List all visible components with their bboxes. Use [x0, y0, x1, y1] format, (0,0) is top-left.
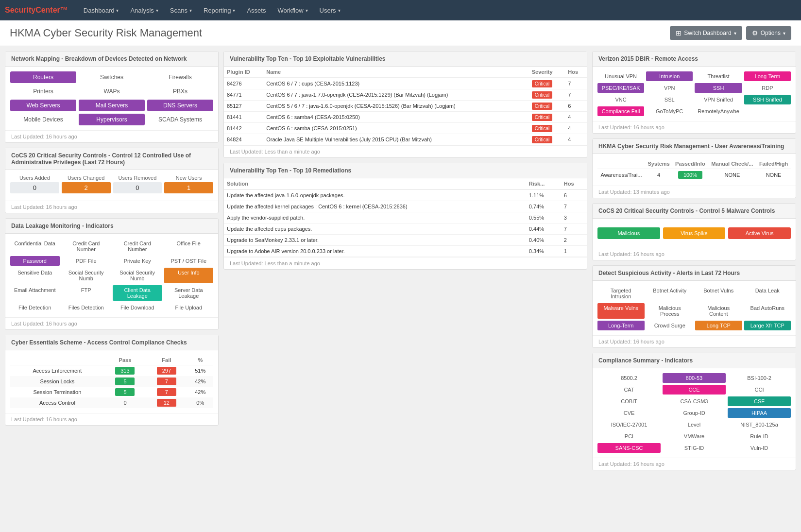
malicious-button[interactable]: Malicious: [597, 227, 660, 239]
dleak-pdf[interactable]: PDF File: [62, 256, 111, 266]
pbxs-button[interactable]: PBXs: [147, 86, 213, 97]
switches-button[interactable]: Switches: [79, 71, 145, 83]
hypervisors-button[interactable]: Hypervisors: [79, 114, 145, 125]
sus-botnet[interactable]: Botnet Activity: [647, 286, 694, 301]
rem-row: Upgrade to SeaMonkey 2.33.1 or later. 0.…: [224, 235, 587, 246]
vz-intrusion[interactable]: Intrusion: [646, 71, 693, 81]
dleak-pst[interactable]: PST / OST File: [164, 256, 214, 266]
firewalls-button[interactable]: Firewalls: [147, 71, 213, 83]
nav-reporting[interactable]: Reporting ▾: [198, 0, 241, 20]
dns-servers-button[interactable]: DNS Servers: [147, 100, 213, 111]
routers-button[interactable]: Routers: [10, 71, 76, 83]
dleak-password[interactable]: Password: [10, 256, 60, 266]
cs-level[interactable]: Level: [663, 420, 726, 429]
sus-malware-vulns[interactable]: Malware Vulns: [597, 303, 645, 319]
vz-compliance-fail[interactable]: Compliance Fail: [597, 106, 644, 116]
cs-csf[interactable]: CSF: [728, 396, 791, 406]
nav-scans[interactable]: Scans ▾: [164, 0, 198, 20]
dleak-userinfo[interactable]: User Info: [164, 268, 214, 283]
dleak-filedetect2[interactable]: Files Detection: [62, 303, 111, 312]
cs-sans[interactable]: SANS-CSC: [597, 443, 661, 453]
cs-cve[interactable]: CVE: [597, 408, 661, 418]
sus-crowd-surge[interactable]: Crowd Surge: [647, 321, 694, 330]
waps-button[interactable]: WAPs: [79, 86, 145, 97]
printers-button[interactable]: Printers: [10, 86, 76, 97]
passed-value: 100%: [672, 169, 708, 181]
vz-gotomypc[interactable]: GoToMyPC: [646, 106, 693, 116]
sus-long-tcp[interactable]: Long TCP: [695, 321, 742, 330]
dleak-emailattach[interactable]: Email Attachment: [10, 285, 60, 301]
vz-psec[interactable]: PSEC/IKE/ISAK: [597, 83, 644, 93]
dleak-serverdata[interactable]: Server Data Leakage: [164, 285, 214, 301]
cs-stigid[interactable]: STIG-ID: [663, 443, 726, 453]
sus-botnet-vulns[interactable]: Botnet Vulns: [695, 286, 742, 301]
dleak-privatekey[interactable]: Private Key: [113, 256, 162, 266]
vz-vpn[interactable]: VPN: [646, 83, 693, 93]
dleak-ssn1[interactable]: Social Security Numb: [62, 268, 111, 283]
vz-longterm[interactable]: Long-Term: [744, 71, 791, 81]
mail-servers-button[interactable]: Mail Servers: [79, 100, 145, 111]
cs-vmware[interactable]: VMWare: [663, 431, 726, 441]
dleak-fileupload[interactable]: File Upload: [164, 303, 214, 312]
vz-vpn-sniffed[interactable]: VPN Sniffed: [695, 95, 742, 104]
cs-ruleid[interactable]: Rule-ID: [728, 431, 791, 441]
chevron-down-icon: ▾: [338, 8, 341, 13]
nav-assets[interactable]: Assets: [241, 0, 272, 20]
vz-unusual-vpn[interactable]: Unusual VPN: [597, 71, 644, 81]
dleak-sensitive[interactable]: Sensitive Data: [10, 268, 60, 283]
sus-dataleak[interactable]: Data Leak: [744, 286, 791, 301]
dleak-office[interactable]: Office File: [164, 239, 214, 254]
dleak-filedownload[interactable]: File Download: [113, 303, 162, 312]
sus-longterm[interactable]: Long-Term: [597, 321, 645, 330]
cs-cci[interactable]: CCI: [728, 385, 791, 395]
nav-workflow[interactable]: Workflow ▾: [272, 0, 313, 20]
options-button[interactable]: ⚙ Options ▾: [746, 26, 791, 40]
mobile-devices-button[interactable]: Mobile Devices: [10, 114, 76, 125]
cyber-essentials-body: Pass Fail % Access Enforcement 313 297 5…: [5, 350, 218, 413]
dleak-ssn2[interactable]: Social Security Numb: [113, 268, 162, 283]
cs-8500[interactable]: 8500.2: [597, 373, 661, 383]
web-servers-button[interactable]: Web Servers: [10, 100, 76, 111]
cs-cce[interactable]: CCE: [663, 385, 726, 395]
dleak-confidential[interactable]: Confidential Data: [10, 239, 60, 254]
cs-bsi[interactable]: BSI-100-2: [728, 373, 791, 383]
vz-ssh-sniffed[interactable]: SSH Sniffed: [744, 95, 791, 104]
cs-cat[interactable]: CAT: [597, 385, 661, 395]
vz-threatlist[interactable]: Threatlist: [695, 71, 742, 81]
vz-vnc[interactable]: VNC: [597, 95, 644, 104]
nav-users[interactable]: Users ▾: [314, 0, 346, 20]
active-virus-button[interactable]: Active Virus: [728, 227, 791, 239]
sus-malicious-process[interactable]: Malicious Process: [647, 303, 694, 319]
switch-dashboard-button[interactable]: ⊞ Switch Dashboard ▾: [670, 26, 742, 40]
sus-malicious-content[interactable]: Malicious Content: [695, 303, 742, 319]
cs-vulnid[interactable]: Vuln-ID: [728, 443, 791, 453]
risk-value: 0.40%: [526, 235, 561, 246]
dleak-cc1[interactable]: Credit Card Number: [62, 239, 111, 254]
vz-rdp[interactable]: RDP: [744, 83, 791, 93]
cs-nist[interactable]: NIST_800-125a: [728, 420, 791, 429]
dleak-cc2[interactable]: Credit Card Number: [113, 239, 162, 254]
sus-large-xfr[interactable]: Large Xfr TCP: [744, 321, 791, 330]
pct-value: 42%: [187, 387, 213, 397]
sus-bad-autoruns[interactable]: Bad AutoRuns: [744, 303, 791, 319]
cs-cobit[interactable]: COBIT: [597, 396, 661, 406]
vz-ssl[interactable]: SSL: [646, 95, 693, 104]
nav-dashboard[interactable]: Dashboard ▾: [78, 0, 125, 20]
cs-csa[interactable]: CSA-CSM3: [663, 396, 726, 406]
col-failed: Failed/High: [756, 159, 791, 169]
cs-800-53[interactable]: 800-53: [663, 373, 726, 383]
cs-hipaa[interactable]: HIPAA: [728, 408, 791, 418]
sus-targeted[interactable]: Targeted Intrusion: [597, 286, 645, 301]
dleak-clientdata[interactable]: Client Data Leakage: [113, 285, 162, 301]
scada-systems-button[interactable]: SCADA Systems: [147, 114, 213, 125]
brand-logo[interactable]: SecurityCenter™: [5, 6, 68, 15]
cs-pci[interactable]: PCI: [597, 431, 661, 441]
virus-spike-button[interactable]: Virus Spike: [663, 227, 726, 239]
cs-iso27001[interactable]: ISO/IEC-27001: [597, 420, 661, 429]
dleak-filedetect1[interactable]: File Detection: [10, 303, 60, 312]
vz-ssh[interactable]: SSH: [695, 83, 742, 93]
vz-remotely[interactable]: RemotelyAnywhe: [695, 106, 742, 116]
dleak-ftp[interactable]: FTP: [62, 285, 111, 301]
cs-groupid[interactable]: Group-ID: [663, 408, 726, 418]
nav-analysis[interactable]: Analysis ▾: [124, 0, 164, 20]
